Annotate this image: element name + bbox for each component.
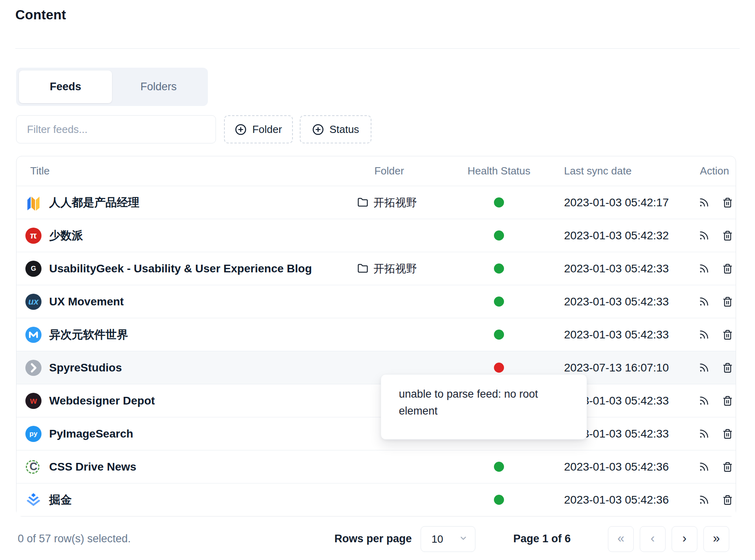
feed-title: Webdesigner Depot xyxy=(49,394,155,407)
rss-feed-icon[interactable] xyxy=(699,296,709,307)
health-status-cell xyxy=(456,263,542,274)
table-header-row: Title Folder Health Status Last sync dat… xyxy=(17,156,736,186)
add-folder-filter-button[interactable]: Folder xyxy=(224,115,293,143)
health-status-cell xyxy=(456,230,542,241)
rows-per-page-select[interactable]: 10 xyxy=(421,526,475,552)
feed-title: 掘金 xyxy=(49,492,72,508)
pagination-controls: «‹›» xyxy=(608,526,729,552)
health-status-cell xyxy=(456,495,542,505)
page-info: Page 1 of 6 xyxy=(513,533,571,545)
page-title: Content xyxy=(15,7,66,23)
feed-title: UsabilityGeek - Usability & User Experie… xyxy=(49,262,312,275)
health-status-cell xyxy=(456,363,542,373)
feed-title: PyImageSearch xyxy=(49,427,133,440)
feed-title-cell: wWebdesigner Depot xyxy=(17,393,323,409)
rss-feed-icon[interactable] xyxy=(699,494,709,505)
filter-feeds-input[interactable] xyxy=(16,115,216,143)
delete-feed-icon[interactable] xyxy=(722,495,733,505)
feed-title: UX Movement xyxy=(49,295,124,308)
health-status-cell xyxy=(456,330,542,340)
delete-feed-icon[interactable] xyxy=(722,330,733,340)
usabilitygeek-icon: G xyxy=(25,261,41,277)
feed-title-cell: π少数派 xyxy=(17,228,323,244)
add-status-filter-button[interactable]: Status xyxy=(300,115,371,143)
feed-title-cell: uxUX Movement xyxy=(17,294,323,310)
table-row[interactable]: wWebdesigner Depot2023-01-03 05:42:33 xyxy=(17,384,736,417)
plus-circle-icon xyxy=(235,124,247,135)
action-cell xyxy=(693,395,736,406)
first-page-button[interactable]: « xyxy=(608,526,634,552)
delete-feed-icon[interactable] xyxy=(722,297,733,307)
health-status-dot-healthy[interactable] xyxy=(494,330,504,340)
table-row[interactable]: 人人都是产品经理开拓视野2023-01-03 05:42:17 xyxy=(17,186,736,219)
action-cell xyxy=(693,197,736,208)
juejin-icon xyxy=(25,492,41,508)
last-sync-date: 2023-01-03 05:42:17 xyxy=(542,196,693,209)
column-header-title: Title xyxy=(17,165,323,177)
health-status-dot-error[interactable] xyxy=(494,363,504,373)
table-row[interactable]: pyPyImageSearch2023-01-03 05:42:33 xyxy=(17,417,736,450)
table-row[interactable]: 异次元软件世界2023-01-03 05:42:33 xyxy=(17,318,736,351)
rss-feed-icon[interactable] xyxy=(699,395,709,406)
delete-feed-icon[interactable] xyxy=(722,263,733,274)
rss-feed-icon[interactable] xyxy=(699,329,709,340)
health-status-dot-healthy[interactable] xyxy=(494,297,504,307)
delete-feed-icon[interactable] xyxy=(722,363,733,373)
last-page-button[interactable]: » xyxy=(703,526,729,552)
cssdrive-letter: C xyxy=(29,460,37,473)
feed-title-cell: GUsabilityGeek - Usability & User Experi… xyxy=(17,261,323,277)
next-page-button[interactable]: › xyxy=(672,526,697,552)
table-row[interactable]: GUsabilityGeek - Usability & User Experi… xyxy=(17,252,736,285)
delete-feed-icon[interactable] xyxy=(722,429,733,439)
delete-feed-icon[interactable] xyxy=(722,230,733,241)
feeds-folders-tablist: Feeds Folders xyxy=(16,68,208,106)
health-status-tooltip: unable to parse feed: no root element xyxy=(381,374,587,440)
last-sync-date: 2023-01-03 05:42:36 xyxy=(542,460,693,473)
feed-title: SpyreStudios xyxy=(49,361,122,374)
feed-title-cell: pyPyImageSearch xyxy=(17,426,323,442)
table-row[interactable]: 掘金2023-01-03 05:42:36 xyxy=(17,483,736,516)
sspai-icon: π xyxy=(25,228,41,244)
previous-page-button[interactable]: ‹ xyxy=(640,526,666,552)
health-status-dot-healthy[interactable] xyxy=(494,197,504,207)
action-cell xyxy=(693,362,736,373)
tab-folders-label: Folders xyxy=(140,81,176,93)
health-status-dot-healthy[interactable] xyxy=(494,495,504,505)
delete-feed-icon[interactable] xyxy=(722,396,733,406)
tab-feeds[interactable]: Feeds xyxy=(19,71,112,103)
rss-feed-icon[interactable] xyxy=(699,461,709,472)
rss-feed-icon[interactable] xyxy=(699,230,709,241)
last-sync-date: 2023-01-03 05:42:33 xyxy=(542,262,693,275)
folder-name: 开拓视野 xyxy=(373,195,417,210)
delete-feed-icon[interactable] xyxy=(722,462,733,472)
rss-feed-icon[interactable] xyxy=(699,197,709,208)
rss-feed-icon[interactable] xyxy=(699,263,709,274)
action-cell xyxy=(693,296,736,307)
table-row[interactable]: π少数派2023-01-03 05:42:32 xyxy=(17,219,736,252)
feed-title-cell: SpyreStudios xyxy=(17,360,323,376)
delete-feed-icon[interactable] xyxy=(722,197,733,208)
feed-title-cell: 人人都是产品经理 xyxy=(17,195,323,211)
health-status-dot-healthy[interactable] xyxy=(494,263,504,274)
folder-button-label: Folder xyxy=(252,123,282,136)
health-status-cell xyxy=(456,197,542,207)
health-status-cell xyxy=(456,462,542,472)
folder-name: 开拓视野 xyxy=(373,261,417,276)
last-sync-date: 2023-01-03 05:42:36 xyxy=(542,494,693,506)
last-sync-date: 2023-01-03 05:42:33 xyxy=(542,328,693,341)
spyrestudios-icon xyxy=(25,360,41,376)
column-header-folder: Folder xyxy=(323,165,456,177)
health-status-dot-healthy[interactable] xyxy=(494,462,504,472)
tab-feeds-label: Feeds xyxy=(50,81,81,93)
table-row[interactable]: SpyreStudios2023-07-13 16:07:10 xyxy=(17,351,736,384)
feed-title: 人人都是产品经理 xyxy=(49,195,139,210)
tab-folders[interactable]: Folders xyxy=(112,71,205,103)
status-button-label: Status xyxy=(330,123,359,136)
table-row[interactable]: uxUX Movement2023-01-03 05:42:33 xyxy=(17,285,736,318)
feed-title: CSS Drive News xyxy=(49,460,136,473)
rss-feed-icon[interactable] xyxy=(699,428,709,439)
table-row[interactable]: CCSS Drive News2023-01-03 05:42:36 xyxy=(17,450,736,483)
health-status-dot-healthy[interactable] xyxy=(494,230,504,241)
header-divider xyxy=(15,48,740,49)
rss-feed-icon[interactable] xyxy=(699,362,709,373)
